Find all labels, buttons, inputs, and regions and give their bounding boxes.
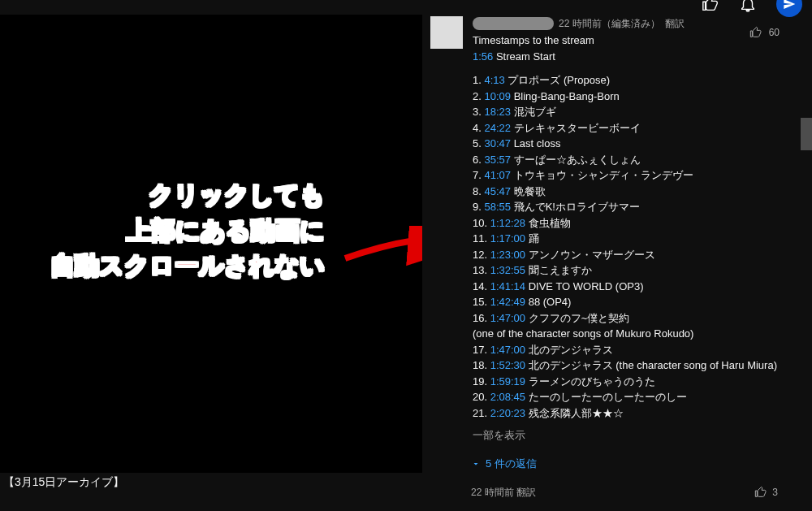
song-line: 4. 24:22 テレキャスタービーボーイ <box>473 120 802 136</box>
ts-link[interactable]: 10:09 <box>484 90 511 102</box>
song-line: 9. 58:55 飛んでK!ホロライブサマー <box>473 199 802 215</box>
song-title: 残念系隣人部★★☆ <box>525 407 624 419</box>
song-title: 混沌ブギ <box>511 106 556 118</box>
thumbs-up-icon[interactable] <box>754 486 767 499</box>
song-title: アンノウン・マザーグース <box>525 249 655 261</box>
ts-link[interactable]: 1:12:28 <box>490 217 525 229</box>
author-chip[interactable] <box>473 17 554 30</box>
ts-link[interactable]: 35:57 <box>484 154 511 166</box>
ts-link[interactable]: 1:47:00 <box>490 344 525 356</box>
song-number: 14. <box>473 280 490 292</box>
song-number: 19. <box>473 375 490 388</box>
comment-time: 22 時間前（編集済み） <box>559 16 660 31</box>
ts-link[interactable]: 1:59:19 <box>490 375 525 388</box>
song-title: 晩餐歌 <box>511 185 546 197</box>
song-line: 7. 41:07 トウキョウ・シャンディ・ランデヴー <box>473 167 802 184</box>
song-line: 17. 1:47:00 北のデンジャラス <box>473 342 802 358</box>
song-number: 17. <box>473 344 490 356</box>
song-number: 12. <box>473 249 490 261</box>
song-line: 19. 1:59:19 ラーメンのびちゃうのうた <box>473 374 802 390</box>
song-title: 飛んでK!ホロライブサマー <box>511 201 640 213</box>
ts-link[interactable]: 1:52:30 <box>490 359 525 371</box>
song-title: 踊 <box>525 232 539 245</box>
show-part-button[interactable]: 一部を表示 <box>473 427 802 444</box>
ts-link[interactable]: 58:55 <box>484 201 511 213</box>
commenter-avatar[interactable] <box>430 16 463 49</box>
song-line: 14. 1:41:14 DIVE TO WORLD (OP3) <box>473 279 802 295</box>
song-number: 18. <box>473 359 490 371</box>
replies-label: 5 件の返信 <box>486 457 537 471</box>
ts-link[interactable]: 18:23 <box>484 106 511 118</box>
song-line: 5. 30:47 Last closs <box>473 136 802 152</box>
ts-link[interactable]: 1:32:55 <box>490 264 525 276</box>
song-title: DIVE TO WORLD (OP3) <box>525 280 643 292</box>
song-title: クフフのフ~僕と契約 <box>525 312 629 324</box>
song-line: 8. 45:47 晩餐歌 <box>473 184 802 200</box>
next-comment-meta: 22 時間前 翻訳 3 <box>471 486 802 500</box>
ts-link[interactable]: 1:56 <box>473 50 493 63</box>
ts-link[interactable]: 1:41:14 <box>490 280 525 292</box>
like-count: 60 <box>769 27 780 38</box>
annotation-line-2: 上部にある動画に <box>50 213 325 249</box>
song-title: 88 (OP4) <box>525 296 571 308</box>
ts-link[interactable]: 1:47:00 <box>490 312 525 324</box>
song-title: 北のデンジャラス (the character song of Haru Miu… <box>525 359 777 371</box>
annotation-line-1: クリックしても <box>50 177 325 213</box>
ts-link[interactable]: 30:47 <box>484 137 511 149</box>
song-line: 18. 1:52:30 北のデンジャラス (the character song… <box>473 357 802 374</box>
song-number: 20. <box>473 391 490 403</box>
translate-link[interactable]: 翻訳 <box>665 16 685 31</box>
song-title: テレキャスタービーボーイ <box>511 122 641 134</box>
song-title: Bling-Bang-Bang-Born <box>511 90 620 102</box>
song-number: 6. <box>473 154 484 166</box>
chevron-down-icon <box>471 459 481 469</box>
song-line: 6. 35:57 すーぱー☆あふぇくしょん <box>473 152 802 168</box>
song-title: すーぱー☆あふぇくしょん <box>511 154 641 166</box>
ts-link[interactable]: 2:08:45 <box>490 391 525 403</box>
song-title: 北のデンジャラス <box>525 344 613 356</box>
ts-link[interactable]: 45:47 <box>484 185 511 197</box>
next-comment-time: 22 時間前 翻訳 <box>471 486 536 500</box>
thumbs-up-icon[interactable] <box>749 26 762 39</box>
ts-link[interactable]: 4:13 <box>484 74 504 86</box>
ts-link[interactable]: 1:17:00 <box>490 232 525 245</box>
song-line: 13. 1:32:55 聞こえますか <box>473 262 802 279</box>
song-title: 聞こえますか <box>525 264 592 276</box>
like-icon[interactable] <box>702 0 719 13</box>
song-number: 8. <box>473 185 484 197</box>
first-ts-line: 1:56 Stream Start <box>473 49 802 65</box>
video-area: クリックしても 上部にある動画に 自動スクロールされない <box>0 15 422 473</box>
song-line: 15. 1:42:49 88 (OP4) <box>473 294 802 310</box>
song-number: 3. <box>473 106 484 118</box>
song-title: Last closs <box>511 137 560 149</box>
song-number: 10. <box>473 217 490 229</box>
song-list: 1. 4:13 プロポーズ (Propose)2. 10:09 Bling-Ba… <box>473 72 802 326</box>
song-line: 1. 4:13 プロポーズ (Propose) <box>473 72 802 89</box>
next-like-count: 3 <box>772 487 778 498</box>
comments-column: 60 22 時間前（編集済み） 翻訳 Timestamps to the str… <box>422 0 812 511</box>
song-line: 20. 2:08:45 たーのしーたーのしーたーのしー <box>473 389 802 405</box>
ts-link[interactable]: 24:22 <box>484 122 511 134</box>
user-avatar[interactable] <box>776 0 802 17</box>
ts-link[interactable]: 2:20:23 <box>490 407 525 419</box>
song-number: 21. <box>473 407 490 419</box>
note-line: (one of the character songs of Mukuro Ro… <box>473 326 802 342</box>
first-ts-title: Stream Start <box>496 50 555 63</box>
song-number: 5. <box>473 137 484 149</box>
replies-toggle[interactable]: 5 件の返信 <box>471 457 802 471</box>
song-number: 1. <box>473 74 484 86</box>
song-line: 16. 1:47:00 クフフのフ~僕と契約 <box>473 310 802 327</box>
song-line: 12. 1:23:00 アンノウン・マザーグース <box>473 247 802 263</box>
notif-icon[interactable] <box>739 0 757 13</box>
song-line: 11. 1:17:00 踊 <box>473 231 802 247</box>
song-number: 16. <box>473 312 490 324</box>
ts-link[interactable]: 1:42:49 <box>490 296 525 308</box>
song-line: 2. 10:09 Bling-Bang-Bang-Born <box>473 89 802 105</box>
ts-link[interactable]: 1:23:00 <box>490 249 525 261</box>
ts-link[interactable]: 41:07 <box>484 169 511 181</box>
scrollbar-thumb[interactable] <box>801 118 812 150</box>
song-title: プロポーズ (Propose) <box>505 74 610 86</box>
song-number: 9. <box>473 201 484 213</box>
song-title: トウキョウ・シャンディ・ランデヴー <box>511 169 693 181</box>
comment: 22 時間前（編集済み） 翻訳 Timestamps to the stream… <box>430 16 802 444</box>
